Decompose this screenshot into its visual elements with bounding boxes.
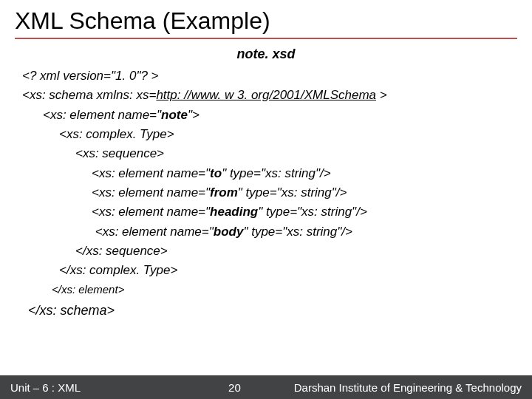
code-line-element-heading: <xs: element name="heading" type="xs: st… xyxy=(22,202,510,222)
el-from-prefix: <xs: element name=" xyxy=(92,185,210,200)
el-to-suffix: " type="xs: string"/> xyxy=(222,166,331,180)
title-underline xyxy=(15,38,517,39)
el-to-prefix: <xs: element name=" xyxy=(92,166,210,180)
schema-open-prefix: <xs: schema xmlns: xs= xyxy=(22,88,156,102)
el-body-prefix: <xs: element name=" xyxy=(92,225,214,239)
code-line-element-to: <xs: element name="to" type="xs: string"… xyxy=(22,164,510,183)
code-line-element-body: <xs: element name="body" type="xs: strin… xyxy=(22,222,510,242)
code-line-element-from: <xs: element name="from" type="xs: strin… xyxy=(22,183,510,202)
el-from-suffix: " type="xs: string"/> xyxy=(238,185,347,200)
el-heading-suffix: " type="xs: string"/> xyxy=(258,205,367,219)
element-note-suffix: "> xyxy=(188,108,200,122)
el-to-name: to xyxy=(210,166,222,180)
code-block: <? xml version="1. 0"? > <xs: schema xml… xyxy=(0,66,532,375)
footer: Unit – 6 : XML 20 Darshan Institute of E… xyxy=(0,375,532,399)
el-heading-name: heading xyxy=(210,205,258,219)
code-line-sequence-open: <xs: sequence> xyxy=(22,144,510,163)
el-body-suffix: " type="xs: string"/> xyxy=(243,225,352,239)
schema-open-suffix: > xyxy=(376,88,387,102)
footer-unit: Unit – 6 : XML xyxy=(10,381,81,394)
code-line-element-note: <xs: element name="note"> xyxy=(22,106,510,125)
code-line-complextype-open: <xs: complex. Type> xyxy=(22,125,510,144)
filename-label: note. xsd xyxy=(0,47,532,62)
code-line-schema-close: </xs: schema> xyxy=(22,298,510,321)
el-from-name: from xyxy=(210,185,238,200)
footer-institute: Darshan Institute of Engineering & Techn… xyxy=(241,381,522,394)
code-line-element-close: </xs: element> xyxy=(22,281,510,298)
code-line-schema-open: <xs: schema xmlns: xs=http: //www. w 3. … xyxy=(22,86,510,105)
el-body-name: body xyxy=(214,225,244,239)
code-line-sequence-close: </xs: sequence> xyxy=(22,242,510,261)
code-line-complextype-close: </xs: complex. Type> xyxy=(22,261,510,280)
footer-page-number: 20 xyxy=(228,381,241,394)
code-line-xml-decl: <? xml version="1. 0"? > xyxy=(22,66,510,86)
element-note-prefix: <xs: element name=" xyxy=(43,108,161,122)
el-heading-prefix: <xs: element name=" xyxy=(92,205,210,219)
slide: XML Schema (Example) note. xsd <? xml ve… xyxy=(0,0,532,399)
schema-namespace-url: http: //www. w 3. org/2001/XMLSchema xyxy=(156,88,376,102)
element-note-name: note xyxy=(161,108,188,122)
slide-title: XML Schema (Example) xyxy=(0,0,532,38)
